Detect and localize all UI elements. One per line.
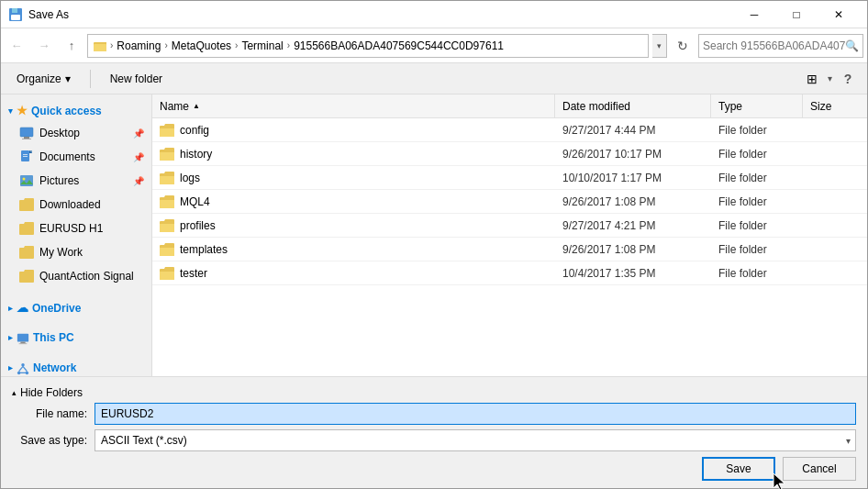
col-size-label: Size bbox=[810, 100, 831, 113]
file-cell-type: File folder bbox=[711, 243, 803, 256]
pictures-label: Pictures bbox=[39, 174, 79, 187]
cancel-label: Cancel bbox=[802, 462, 836, 475]
svg-rect-13 bbox=[23, 156, 28, 157]
svg-rect-1 bbox=[12, 8, 17, 13]
forward-button[interactable]: → bbox=[32, 34, 56, 58]
sidebar-item-pictures[interactable]: Pictures 📌 bbox=[1, 169, 151, 193]
view-button[interactable]: ⊞ bbox=[800, 67, 824, 91]
saveastype-select[interactable]: ASCII Text (*.csv) CSV (*.csv) All files… bbox=[95, 429, 856, 451]
file-cell-name: history bbox=[152, 142, 555, 165]
search-icon: 🔍 bbox=[845, 39, 859, 52]
address-path[interactable]: › Roaming › MetaQuotes › Terminal › 9155… bbox=[87, 34, 649, 58]
svg-rect-7 bbox=[24, 137, 29, 139]
search-input[interactable] bbox=[703, 39, 845, 52]
file-cell-type: File folder bbox=[711, 172, 803, 184]
documents-label: Documents bbox=[39, 150, 95, 163]
toolbar-separator bbox=[90, 70, 91, 88]
svg-rect-18 bbox=[19, 343, 28, 344]
sidebar-item-quantaction[interactable]: QuantAction Signal bbox=[1, 264, 151, 288]
svg-line-23 bbox=[23, 366, 27, 371]
path-terminal: Terminal bbox=[241, 39, 283, 52]
onedrive-icon: ☁ bbox=[17, 301, 28, 315]
organize-button[interactable]: Organize ▾ bbox=[8, 67, 79, 91]
save-button-wrapper: Save bbox=[702, 457, 775, 481]
title-text: Save As bbox=[28, 8, 69, 21]
onedrive-label: OneDrive bbox=[32, 302, 81, 315]
file-cell-name: templates bbox=[152, 238, 555, 261]
table-row[interactable]: config 9/27/2017 4:44 PM File folder bbox=[152, 118, 867, 142]
col-header-type[interactable]: Type bbox=[711, 94, 803, 117]
sidebar-item-eurusd[interactable]: EURUSD H1 bbox=[1, 217, 151, 240]
sidebar-section-network[interactable]: ▸ Network bbox=[1, 356, 151, 376]
sidebar-item-downloaded[interactable]: Downloaded bbox=[1, 193, 151, 217]
minimize-button[interactable]: ─ bbox=[733, 1, 775, 28]
file-cell-name: tester bbox=[152, 261, 555, 284]
col-header-size[interactable]: Size bbox=[803, 94, 867, 117]
chevron-right-icon-thispc: ▸ bbox=[8, 333, 13, 342]
path-arrow-1: › bbox=[110, 40, 113, 50]
search-box[interactable]: 🔍 bbox=[698, 34, 863, 58]
close-button[interactable]: ✕ bbox=[818, 1, 860, 28]
view-controls: ⊞ ▾ ? bbox=[800, 67, 860, 91]
table-row[interactable]: tester 10/4/2017 1:35 PM File folder bbox=[152, 261, 867, 285]
bottom-area: ▴ Hide Folders File name: Save as type: … bbox=[1, 376, 867, 488]
folder-icon-mywork bbox=[19, 245, 34, 260]
refresh-button[interactable]: ↻ bbox=[671, 34, 695, 58]
toolbar: Organize ▾ New folder ⊞ ▾ ? bbox=[1, 63, 867, 94]
folder-icon-address bbox=[94, 39, 106, 52]
folder-icon-eurusd bbox=[19, 221, 34, 236]
file-cell-type: File folder bbox=[711, 267, 803, 280]
sidebar-item-my-work[interactable]: My Work bbox=[1, 240, 151, 264]
address-dropdown[interactable]: ▾ bbox=[652, 34, 667, 58]
network-icon bbox=[17, 361, 29, 375]
view-arrow[interactable]: ▾ bbox=[828, 73, 832, 83]
back-button[interactable]: ← bbox=[5, 34, 28, 58]
content-area: ▾ ★ Quick access Desktop 📌 Documents 📌 bbox=[1, 94, 867, 376]
svg-rect-4 bbox=[94, 44, 106, 51]
saveastype-label: Save as type: bbox=[12, 434, 95, 447]
col-header-name[interactable]: Name ▲ bbox=[152, 94, 555, 117]
eurusd-label: EURUSD H1 bbox=[39, 222, 103, 235]
sidebar-section-quick-access[interactable]: ▾ ★ Quick access bbox=[1, 98, 151, 121]
file-cell-name: profiles bbox=[152, 214, 555, 237]
help-button[interactable]: ? bbox=[836, 67, 860, 91]
col-header-date[interactable]: Date modified bbox=[555, 94, 711, 117]
save-label: Save bbox=[726, 462, 751, 475]
table-row[interactable]: history 9/26/2017 10:17 PM File folder bbox=[152, 142, 867, 166]
separator-1 bbox=[1, 288, 151, 295]
pictures-icon bbox=[19, 173, 34, 188]
file-cell-type: File folder bbox=[711, 195, 803, 208]
title-controls: ─ □ ✕ bbox=[733, 1, 860, 28]
sidebar-item-documents[interactable]: Documents 📌 bbox=[1, 145, 151, 169]
title-bar-left: Save As bbox=[8, 7, 69, 22]
new-folder-button[interactable]: New folder bbox=[102, 67, 171, 91]
table-row[interactable]: logs 10/10/2017 1:17 PM File folder bbox=[152, 166, 867, 190]
chevron-right-icon-network: ▸ bbox=[8, 363, 13, 372]
table-row[interactable]: profiles 9/27/2017 4:21 PM File folder bbox=[152, 214, 867, 238]
filename-input[interactable] bbox=[95, 403, 856, 425]
sidebar-item-desktop[interactable]: Desktop 📌 bbox=[1, 121, 151, 145]
separator-3 bbox=[1, 349, 151, 356]
desktop-label: Desktop bbox=[39, 127, 80, 139]
file-cell-name: MQL4 bbox=[152, 190, 555, 213]
quick-access-label: Quick access bbox=[31, 105, 102, 117]
svg-rect-8 bbox=[22, 139, 31, 139]
maximize-button[interactable]: □ bbox=[775, 1, 818, 28]
table-row[interactable]: templates 9/26/2017 1:08 PM File folder bbox=[152, 238, 867, 261]
hide-folders-row[interactable]: ▴ Hide Folders bbox=[12, 383, 856, 403]
filename-label: File name: bbox=[12, 407, 95, 420]
sidebar-section-onedrive[interactable]: ▸ ☁ OneDrive bbox=[1, 295, 151, 318]
svg-point-19 bbox=[21, 363, 25, 367]
file-name: templates bbox=[180, 243, 228, 256]
sort-arrow-name: ▲ bbox=[193, 102, 200, 110]
path-id: 915566BA06ADA407569C544CC0D97611 bbox=[294, 39, 504, 52]
svg-rect-12 bbox=[23, 154, 28, 155]
file-cell-date: 9/27/2017 4:21 PM bbox=[555, 219, 711, 232]
up-button[interactable]: ↑ bbox=[60, 34, 83, 58]
save-button[interactable]: Save bbox=[702, 457, 775, 481]
folder-icon-row bbox=[160, 194, 174, 209]
path-arrow-2: › bbox=[164, 40, 167, 50]
cancel-button[interactable]: Cancel bbox=[783, 457, 856, 481]
table-row[interactable]: MQL4 9/26/2017 1:08 PM File folder bbox=[152, 190, 867, 214]
sidebar-section-thispc[interactable]: ▸ This PC bbox=[1, 326, 151, 349]
